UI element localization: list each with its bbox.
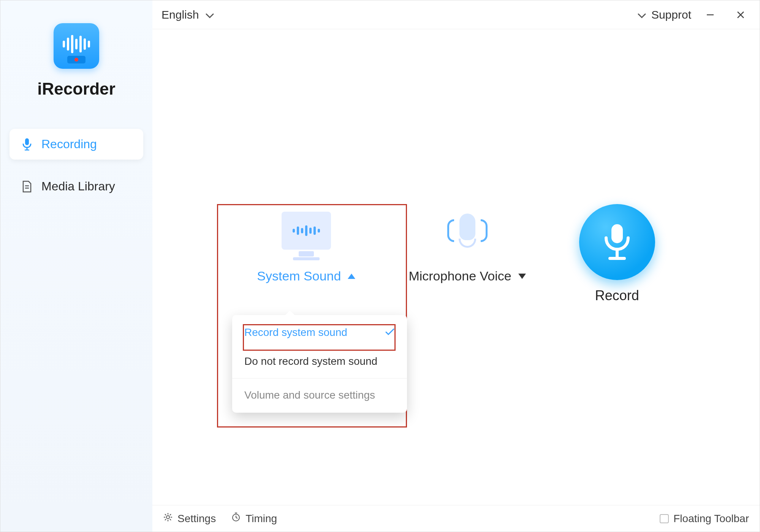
system-sound-dropdown: Record system sound Do not record system… [232, 315, 407, 413]
app-name: iRecorder [37, 79, 115, 98]
clock-icon [231, 512, 241, 525]
svg-point-11 [166, 516, 169, 519]
timing-label: Timing [245, 513, 277, 525]
floating-toolbar-label: Floating Toolbar [673, 513, 749, 525]
svg-line-14 [236, 518, 238, 518]
sidebar-item-recording[interactable]: Recording [10, 129, 143, 160]
language-label: English [162, 8, 199, 21]
system-sound-block: System Sound [257, 204, 355, 283]
app-logo-icon [54, 23, 99, 69]
dropdown-option-label: Record system sound [244, 326, 347, 339]
microphone-icon [21, 138, 33, 150]
settings-button[interactable]: Settings [163, 512, 216, 525]
main-area: English Supprot [152, 0, 760, 532]
microphone-block: Microphone Voice [408, 204, 526, 283]
dropdown-option-do-not-record[interactable]: Do not record system sound [232, 347, 407, 376]
svg-rect-8 [611, 224, 623, 243]
microphone-toggle[interactable]: Microphone Voice [408, 269, 526, 283]
chevron-down-icon [638, 8, 646, 21]
bottombar: Settings Timing Floating Toolbar [152, 505, 760, 532]
sidebar-item-label: Media Library [41, 179, 115, 193]
record-block: Record [579, 204, 655, 304]
timing-button[interactable]: Timing [231, 512, 277, 525]
dropdown-option-label: Do not record system sound [244, 355, 377, 367]
language-selector[interactable]: English [162, 8, 214, 21]
topbar: English Supprot [152, 0, 760, 29]
floating-toolbar-toggle[interactable]: Floating Toolbar [660, 513, 749, 525]
sidebar-item-media-library[interactable]: Media Library [10, 171, 143, 202]
gear-icon [163, 512, 173, 525]
sidebar: iRecorder Recording Media Library [0, 0, 152, 532]
sidebar-nav: Recording Media Library [0, 129, 152, 202]
microphone-label: Microphone Voice [408, 269, 511, 283]
support-dropdown[interactable]: Supprot [638, 8, 691, 21]
logo-block: iRecorder [0, 23, 152, 98]
close-button[interactable] [729, 6, 752, 24]
dropdown-settings-label: Volume and source settings [244, 389, 375, 401]
support-label: Supprot [651, 8, 691, 21]
record-button[interactable] [579, 204, 655, 280]
record-label: Record [595, 288, 639, 304]
checkbox-icon [660, 514, 669, 523]
caret-up-icon [348, 274, 355, 279]
microphone-waves-icon [437, 204, 498, 257]
sources-row: System Sound [152, 204, 760, 304]
check-icon [385, 327, 395, 339]
document-icon [21, 180, 33, 193]
content: System Sound [152, 29, 760, 505]
svg-rect-0 [25, 138, 29, 145]
monitor-sound-icon [276, 204, 337, 257]
system-sound-toggle[interactable]: System Sound [257, 269, 355, 283]
minimize-button[interactable] [699, 6, 722, 24]
app-window: iRecorder Recording Media Library Englis… [0, 0, 760, 532]
settings-label: Settings [177, 513, 216, 525]
chevron-down-icon [206, 8, 214, 21]
dropdown-volume-settings[interactable]: Volume and source settings [232, 381, 407, 410]
dropdown-separator [232, 378, 407, 378]
dropdown-option-record-system-sound[interactable]: Record system sound [232, 318, 407, 347]
caret-down-icon [518, 274, 526, 279]
system-sound-label: System Sound [257, 269, 341, 283]
sidebar-item-label: Recording [41, 137, 97, 151]
